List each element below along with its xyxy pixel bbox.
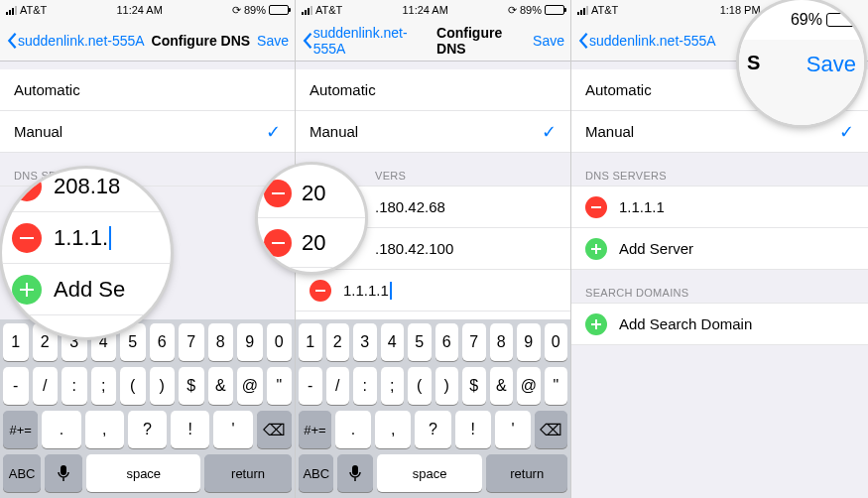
key-0[interactable]: 0 [267,323,293,361]
key-mic-icon[interactable] [337,454,372,492]
key-'[interactable]: ' [495,411,531,448]
clock: 11:24 AM [116,4,162,16]
mode-manual[interactable]: Manual✓ [296,111,570,153]
zoom-lens: 20 20 [258,165,365,272]
key-/[interactable]: / [33,367,59,405]
key-?[interactable]: ? [128,411,167,448]
key--[interactable]: - [3,367,29,405]
key-1[interactable]: 1 [299,323,322,361]
check-icon: ✓ [839,121,854,143]
key-3[interactable]: 3 [353,323,377,361]
key-:[interactable]: : [353,367,377,405]
key-return[interactable]: return [204,454,292,492]
key-([interactable]: ( [408,367,432,405]
delete-icon [12,223,42,253]
carrier: AT&T [20,4,47,16]
page-title: Configure DNS [436,25,533,57]
back-button[interactable]: suddenlink.net-555A [577,32,716,50]
add-icon[interactable] [585,238,607,260]
save-button[interactable]: Save [806,52,856,77]
key-8[interactable]: 8 [208,323,234,361]
key-,[interactable]: , [375,411,411,448]
key-9[interactable]: 9 [237,323,263,361]
key-0[interactable]: 0 [545,323,568,361]
key-,[interactable]: , [85,411,124,448]
key-mic-icon[interactable] [45,454,82,492]
key-8[interactable]: 8 [490,323,514,361]
mode-automatic[interactable]: Automatic [296,69,570,111]
key-6[interactable]: 6 [150,323,176,361]
key-space[interactable]: space [377,454,482,492]
svg-rect-1 [352,465,358,475]
key-![interactable]: ! [171,411,209,448]
key-5[interactable]: 5 [408,323,432,361]
delete-icon[interactable] [310,280,331,302]
key-2[interactable]: 2 [326,323,350,361]
keyboard[interactable]: 1234567890 -/:;()$&@" #+=.,?!'⌫ ABCspace… [0,319,295,498]
key-&[interactable]: & [208,367,234,405]
key-.[interactable]: . [42,411,80,448]
zoom-lens: 208.18 1.1.1. Add Se [2,169,171,337]
back-button[interactable]: suddenlink.net-555A [302,25,436,57]
key-;[interactable]: ; [91,367,117,405]
key-$[interactable]: $ [462,367,486,405]
delete-icon[interactable] [585,196,607,218]
key-backspace-icon[interactable]: ⌫ [535,411,567,448]
key-@[interactable]: @ [237,367,263,405]
key-9[interactable]: 9 [517,323,541,361]
clock: 11:24 AM [402,4,447,16]
key-/[interactable]: / [326,367,350,405]
key-)[interactable]: ) [150,367,176,405]
key-symbols[interactable]: #+= [299,411,331,448]
orientation-lock-icon: ⟳ [232,4,241,17]
mode-manual[interactable]: Manual✓ [0,111,295,153]
key--[interactable]: - [299,367,322,405]
mode-automatic[interactable]: Automatic [0,69,295,111]
check-icon: ✓ [266,121,281,143]
key-space[interactable]: space [86,454,200,492]
clock: 1:18 PM [720,4,761,16]
key-([interactable]: ( [120,367,146,405]
page-title: Configure DNS [152,33,251,49]
key-return[interactable]: return [486,454,567,492]
key-)[interactable]: ) [435,367,459,405]
key-abc[interactable]: ABC [3,454,41,492]
key-$[interactable]: $ [179,367,204,405]
dns-input-row[interactable]: 1.1.1.1 [296,270,570,311]
key-7[interactable]: 7 [462,323,486,361]
add-server-row[interactable]: Add Server [571,228,868,270]
key-&[interactable]: & [490,367,514,405]
dns-servers-header: DNS SERVERS [571,153,868,187]
status-bar: AT&T 11:24 AM ⟳89% [0,0,295,20]
key-7[interactable]: 7 [179,323,204,361]
keyboard[interactable]: 1234567890 -/:;()$&@" #+=.,?!'⌫ ABCspace… [296,319,570,498]
key-backspace-icon[interactable]: ⌫ [257,411,292,448]
add-icon[interactable] [585,313,607,335]
save-button[interactable]: Save [533,33,564,49]
status-bar: AT&T 11:24 AM ⟳89% [296,0,570,20]
dns-server-row[interactable]: 1.1.1.1 [571,187,868,228]
key-abc[interactable]: ABC [299,454,333,492]
check-icon: ✓ [542,121,557,143]
zoom-lens: 69% SSave [739,0,864,125]
key-5[interactable]: 5 [120,323,146,361]
key-4[interactable]: 4 [381,323,405,361]
key-'[interactable]: ' [213,411,252,448]
key-symbols[interactable]: #+= [3,411,38,448]
add-search-domain-row[interactable]: Add Search Domain [571,304,868,345]
key-?[interactable]: ? [415,411,450,448]
add-icon [12,275,42,305]
search-domains-header: SEARCH DOMAINS [571,270,868,304]
svg-rect-0 [61,465,66,475]
save-button[interactable]: Save [257,33,289,49]
back-button[interactable]: suddenlink.net-555A [6,32,145,50]
key-.[interactable]: . [335,411,371,448]
key-1[interactable]: 1 [3,323,29,361]
key-"[interactable]: " [545,367,568,405]
key-@[interactable]: @ [517,367,541,405]
key-![interactable]: ! [455,411,491,448]
key-:[interactable]: : [62,367,87,405]
key-"[interactable]: " [267,367,293,405]
key-;[interactable]: ; [381,367,405,405]
key-6[interactable]: 6 [435,323,459,361]
